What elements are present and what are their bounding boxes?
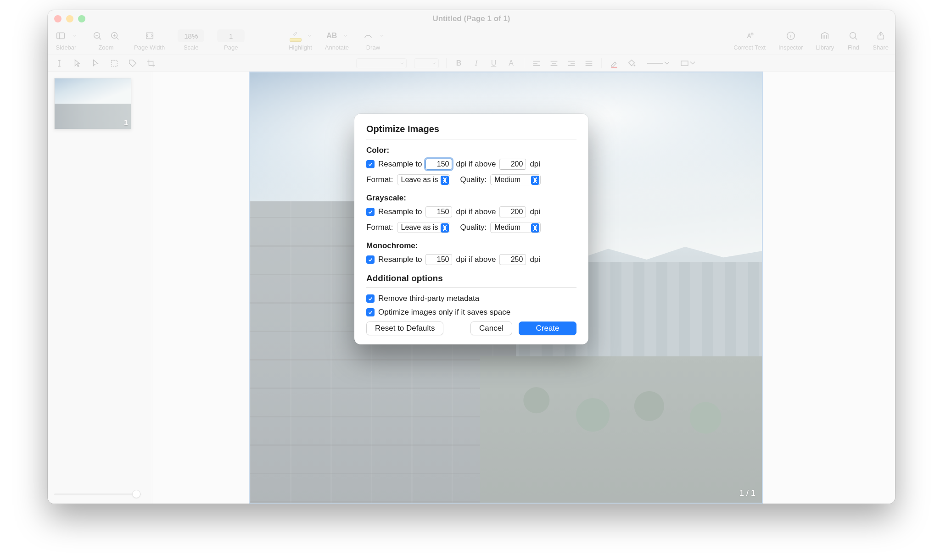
optimize-space-checkbox[interactable] bbox=[366, 308, 375, 316]
page-group: 1 Page bbox=[217, 28, 245, 51]
grayscale-dpi-suffix: dpi bbox=[530, 207, 540, 216]
thumbnail-page-number: 1 bbox=[124, 119, 128, 127]
inspector-button[interactable] bbox=[784, 29, 797, 42]
thumbnail-zoom-slider[interactable] bbox=[54, 490, 141, 498]
find-group: Find bbox=[847, 28, 860, 51]
svg-line-3 bbox=[99, 38, 101, 40]
correct-text-button[interactable] bbox=[743, 29, 756, 42]
titlebar: Untitled (Page 1 of 1) bbox=[48, 10, 895, 28]
grayscale-quality-label: Quality: bbox=[460, 223, 487, 232]
svg-rect-39 bbox=[681, 61, 688, 66]
svg-rect-0 bbox=[57, 33, 65, 39]
zoom-out-button[interactable] bbox=[91, 29, 104, 42]
grayscale-heading: Grayscale: bbox=[366, 194, 576, 203]
page-thumbnail[interactable]: 1 bbox=[54, 78, 131, 129]
grayscale-resample-checkbox[interactable] bbox=[366, 208, 375, 216]
underline-button[interactable]: U bbox=[489, 58, 499, 68]
library-label: Library bbox=[816, 44, 834, 51]
monochrome-resample-checkbox[interactable] bbox=[366, 255, 375, 264]
align-center-button[interactable] bbox=[549, 58, 559, 68]
crop-icon[interactable] bbox=[146, 58, 156, 68]
annotate-button[interactable]: AB bbox=[325, 29, 338, 42]
chevron-down-icon[interactable] bbox=[343, 29, 348, 42]
color-format-label: Format: bbox=[366, 175, 393, 184]
highlight-button[interactable] bbox=[289, 29, 302, 42]
chevron-down-icon[interactable] bbox=[307, 29, 312, 42]
find-button[interactable] bbox=[847, 29, 860, 42]
highlight-group: Highlight bbox=[289, 28, 312, 51]
optimize-images-dialog: Optimize Images Color: Resample to 150 d… bbox=[354, 114, 588, 344]
remove-metadata-checkbox[interactable] bbox=[366, 294, 375, 303]
cancel-button[interactable]: Cancel bbox=[470, 322, 512, 335]
page-width-group: Page Width bbox=[134, 28, 165, 51]
fill-color-button[interactable] bbox=[627, 58, 637, 68]
chevron-down-icon[interactable] bbox=[379, 29, 385, 42]
inspector-label: Inspector bbox=[778, 44, 803, 51]
align-left-button[interactable] bbox=[532, 58, 542, 68]
stage: { "window": { "title": "Untitled (Page 1… bbox=[0, 0, 940, 560]
sidebar-toggle-button[interactable] bbox=[54, 29, 67, 42]
reset-to-defaults-button[interactable]: Reset to Defaults bbox=[366, 322, 443, 335]
page-label: Page bbox=[224, 44, 238, 51]
thumbnail-sidebar: 1 bbox=[48, 72, 152, 504]
grayscale-quality-select[interactable]: Medium bbox=[490, 222, 541, 233]
align-right-button[interactable] bbox=[566, 58, 576, 68]
grayscale-resample-label: Resample to bbox=[378, 207, 422, 216]
scale-field[interactable]: 18% bbox=[178, 29, 204, 42]
line-style-button[interactable] bbox=[644, 58, 671, 68]
color-section: Color: Resample to 150 dpi if above 200 … bbox=[366, 146, 576, 185]
chevron-down-icon[interactable] bbox=[72, 29, 78, 42]
color-resample-label: Resample to bbox=[378, 160, 422, 169]
text-color-button[interactable]: A bbox=[506, 58, 516, 68]
svg-rect-23 bbox=[112, 60, 118, 66]
color-quality-label: Quality: bbox=[460, 175, 487, 184]
color-resample-checkbox[interactable] bbox=[366, 160, 375, 168]
annotate-label: Annotate bbox=[325, 44, 349, 51]
library-group: Library bbox=[816, 28, 834, 51]
color-dpi-target-input[interactable]: 150 bbox=[425, 159, 452, 170]
stroke-color-button[interactable] bbox=[609, 58, 619, 68]
marquee-select-icon[interactable] bbox=[109, 58, 119, 68]
svg-line-19 bbox=[855, 38, 857, 40]
dialog-title: Optimize Images bbox=[366, 124, 576, 139]
shape-button[interactable] bbox=[679, 58, 697, 68]
sidebar-toggle-group: Sidebar bbox=[54, 28, 78, 51]
svg-line-6 bbox=[117, 38, 119, 40]
scale-group: 18% Scale bbox=[178, 28, 204, 51]
main-toolbar: Sidebar Zoom Page Width 18% Scale 1 Page bbox=[48, 28, 895, 55]
create-button[interactable]: Create bbox=[519, 322, 576, 335]
grayscale-format-select[interactable]: Leave as is bbox=[397, 222, 450, 233]
arrow-cursor-icon[interactable] bbox=[73, 58, 83, 68]
select-cursor-icon[interactable] bbox=[91, 58, 101, 68]
tag-icon[interactable] bbox=[128, 58, 138, 68]
align-justify-button[interactable] bbox=[584, 58, 594, 68]
color-dpi-threshold-input[interactable]: 200 bbox=[499, 159, 526, 170]
monochrome-dpi-target-input[interactable]: 150 bbox=[425, 254, 452, 265]
slider-knob[interactable] bbox=[132, 490, 140, 498]
page-field[interactable]: 1 bbox=[217, 29, 245, 42]
grayscale-dpi-threshold-input[interactable]: 200 bbox=[499, 206, 526, 217]
zoom-label: Zoom bbox=[98, 44, 113, 51]
text-cursor-icon[interactable] bbox=[54, 58, 64, 68]
zoom-group: Zoom bbox=[91, 28, 121, 51]
svg-point-11 bbox=[751, 33, 753, 35]
monochrome-dpi-threshold-input[interactable]: 250 bbox=[499, 254, 526, 265]
bold-button[interactable]: B bbox=[454, 58, 464, 68]
page-width-button[interactable] bbox=[143, 29, 156, 42]
draw-button[interactable] bbox=[362, 29, 375, 42]
remove-metadata-label: Remove third-party metadata bbox=[378, 294, 479, 303]
library-button[interactable] bbox=[818, 29, 831, 42]
monochrome-mid-label: dpi if above bbox=[456, 255, 496, 264]
color-quality-select[interactable]: Medium bbox=[490, 174, 541, 185]
color-mid-label: dpi if above bbox=[456, 160, 496, 169]
sidebar-label: Sidebar bbox=[56, 44, 77, 51]
share-button[interactable] bbox=[874, 29, 887, 42]
correct-text-label: Correct Text bbox=[733, 44, 766, 51]
optimize-space-label: Optimize images only if it saves space bbox=[378, 308, 510, 317]
italic-button[interactable]: I bbox=[471, 58, 481, 68]
zoom-in-button[interactable] bbox=[108, 29, 121, 42]
color-format-select[interactable]: Leave as is bbox=[397, 174, 450, 185]
grayscale-dpi-target-input[interactable]: 150 bbox=[425, 206, 452, 217]
font-size-select[interactable] bbox=[414, 58, 439, 68]
font-select[interactable] bbox=[356, 58, 407, 68]
